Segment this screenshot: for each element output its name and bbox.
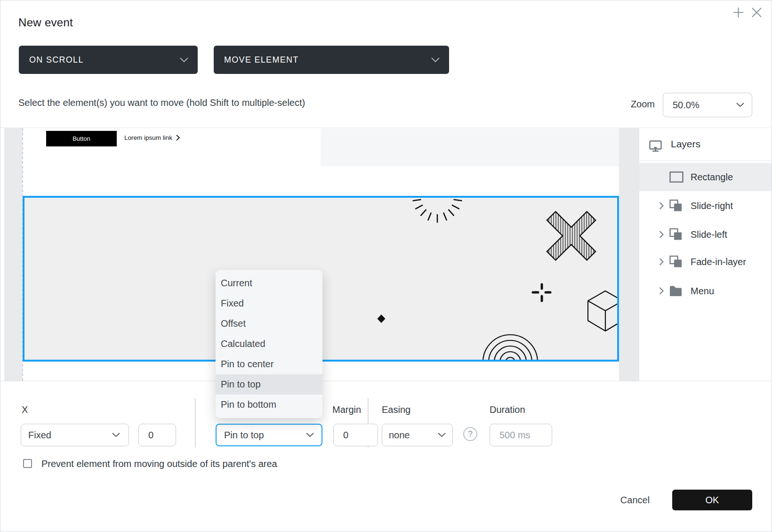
layer-item-label: Fade-in-layer [691,257,746,267]
layer-group-icon [669,200,682,212]
x-value-input[interactable] [138,424,176,446]
margin-value-input[interactable] [333,424,378,446]
event-trigger-value: ON SCROLL [29,55,84,65]
zoom-label: Zoom [621,99,655,110]
menu-option-current[interactable]: Current [216,273,322,293]
layers-panel: Layers Rectangle Slide-right [639,128,772,381]
layer-item-label: Rectangle [691,172,733,183]
bottom-panel-divider [0,381,772,381]
x-mode-select[interactable]: Fixed [21,424,129,446]
instruction-text: Select the element(s) you want to move (… [18,97,305,108]
action-value: MOVE ELEMENT [224,55,299,65]
layer-item-label: Slide-left [691,229,727,240]
layer-item-rectangle[interactable]: Rectangle [639,163,772,191]
action-select[interactable]: MOVE ELEMENT [214,46,449,74]
folder-icon [669,286,682,297]
layer-item-menu[interactable]: Menu [639,277,772,305]
menu-option-pin-to-bottom[interactable]: Pin to bottom [216,395,322,415]
add-icon[interactable] [732,7,744,18]
close-icon[interactable] [751,7,762,18]
layer-group-icon [669,228,682,241]
prevent-outside-checkbox-label: Prevent element from moving outside of i… [41,459,277,469]
preview-button[interactable]: Button [46,131,117,146]
chevron-right-icon[interactable] [659,231,664,239]
cancel-button[interactable]: Cancel [612,490,658,510]
layer-item-fade-in-layer[interactable]: Fade-in-layer [639,248,772,275]
layer-item-label: Slide-right [691,201,733,211]
canvas-margin-strip [4,128,22,381]
chevron-down-icon [438,433,446,437]
y-mode-select[interactable]: Pin to top [216,424,322,446]
diamond-doodle [378,314,386,323]
section-divider [195,398,196,447]
rectangle-icon [669,171,684,183]
zoom-value: 50.0% [673,100,700,111]
hatched-x-doodle [531,198,611,276]
x-label: X [22,404,28,415]
chevron-right-icon [176,135,180,141]
easing-value: none [389,430,410,441]
event-trigger-select[interactable]: ON SCROLL [19,46,198,74]
ok-button[interactable]: OK [672,490,752,510]
page-title: New event [18,16,73,29]
easing-select[interactable]: none [382,424,453,446]
monitor-icon [649,140,662,152]
easing-help-icon[interactable]: ? [463,427,477,441]
new-event-dialog: New event ON SCROLL MOVE ELEMENT Select … [0,0,772,532]
layers-panel-header: Layers [639,128,772,161]
chevron-down-icon [180,57,188,63]
margin-label: Margin [332,404,361,415]
position-options-menu: Current Fixed Offset Calculated Pin to c… [216,270,322,418]
easing-label: Easing [382,404,410,415]
duration-input[interactable] [490,424,552,446]
canvas-right-gutter [619,128,639,381]
chevron-down-icon [736,103,744,107]
layers-panel-title: Layers [671,138,700,150]
crosshair-doodle [533,284,550,301]
layer-item-slide-right[interactable]: Slide-right [639,192,772,219]
chevron-down-icon [112,433,120,437]
preview-placeholder-block [321,129,619,166]
layer-group-icon [669,256,682,268]
chevron-down-icon [431,57,440,63]
y-mode-value: Pin to top [224,430,264,441]
sunburst-doodle [413,200,462,222]
menu-option-calculated[interactable]: Calculated [216,334,322,354]
menu-option-pin-to-top[interactable]: Pin to top [216,374,322,395]
preview-link[interactable]: Lorem ipsum link [124,134,180,141]
layer-item-slide-left[interactable]: Slide-left [639,221,772,248]
chevron-right-icon[interactable] [659,202,664,210]
menu-option-pin-to-center[interactable]: Pin to center [216,354,322,374]
chevron-right-icon[interactable] [659,287,664,295]
chevron-right-icon[interactable] [659,258,664,266]
cube-doodle [588,291,617,331]
prevent-outside-checkbox[interactable] [23,459,32,468]
menu-option-fixed[interactable]: Fixed [216,293,322,314]
concentric-circles-doodle [483,335,538,360]
duration-label: Duration [490,404,525,415]
menu-option-offset[interactable]: Offset [216,314,322,334]
layer-item-label: Menu [691,286,714,297]
zoom-select[interactable]: 50.0% [663,93,752,117]
x-mode-value: Fixed [28,430,51,441]
chevron-down-icon [306,433,314,437]
preview-link-label: Lorem ipsum link [124,134,172,141]
